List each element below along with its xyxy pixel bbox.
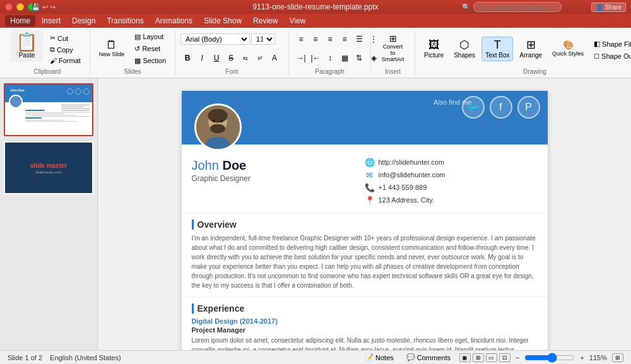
decrease-indent-button[interactable]: |← [309,52,322,64]
paragraph-label: Paragraph [315,67,345,75]
menu-view[interactable]: View [284,15,310,26]
subscript-button[interactable]: x₂ [239,52,252,64]
columns-button[interactable]: ▦ [338,52,351,64]
convert-smartart-button[interactable]: ⊞ Convert to SmartArt [376,32,410,66]
notes-button[interactable]: 📝 Notes [361,352,398,363]
window-controls [5,3,35,11]
superscript-button[interactable]: x² [253,52,267,64]
slide-info-row: John Doe Graphic Designer 🌐 http://slide… [182,144,548,213]
search-area[interactable]: 🔍 [462,2,562,12]
layout-button[interactable]: ▤ Layout [131,32,170,42]
section-button[interactable]: ▦ Section [131,56,170,66]
svg-point-5 [212,120,215,123]
paragraph-group: ≡ ≡ ≡ ≡ ☰ ⋮ →| |← ↕ ▦ ⇅ ◈ Paragraph [289,30,371,75]
font-name-select[interactable]: Arial (Body) [180,33,250,45]
menu-animations[interactable]: Animations [150,15,198,26]
slide-main-content: Also find me 🐦 f P John Doe Graphic Desi… [182,91,548,350]
underline-button[interactable]: U [209,52,223,64]
font-group: Arial (Body) 11 B I U S x₂ x² A Font [175,30,289,75]
close-button[interactable] [5,3,13,11]
shapes-button[interactable]: ⬡ Shapes [450,37,479,61]
shape-outline-button[interactable]: ◻ Shape Outline [590,50,631,61]
comments-button[interactable]: 💬 Comments [403,352,454,363]
zoom-minus-icon[interactable]: − [516,354,519,361]
insert-group: ⊞ Convert to SmartArt Insert [371,30,415,75]
paste-button[interactable]: 📋 Paste [10,30,44,62]
contact-email: ✉ info@slidehunter.com [365,170,538,180]
clipboard-label: Clipboard [34,67,61,75]
contact-address: 📍 123 Address, City. [365,195,538,205]
slide1-thumbnail: John Doe [5,85,92,135]
profile-photo [194,103,242,151]
last-name: Doe [222,158,246,172]
twitter-icon[interactable]: 🐦 [462,96,485,119]
format-button[interactable]: 🖌Format [46,56,85,66]
view-buttons: ▣ ⊞ ▭ ⊡ [459,353,510,362]
search-input[interactable] [473,2,562,12]
menu-insert[interactable]: Insert [37,15,66,26]
minimize-button[interactable] [16,3,24,11]
slide-sorter-button[interactable]: ⊞ [473,353,484,362]
zoom-plus-icon[interactable]: + [580,354,584,361]
cut-button[interactable]: ✂Cut [46,33,85,44]
svg-point-6 [220,120,223,123]
align-center-button[interactable]: ≡ [309,33,322,45]
copy-button[interactable]: ⧉Copy [46,44,85,55]
svg-point-2 [208,109,227,123]
menu-design[interactable]: Design [67,15,100,26]
align-right-button[interactable]: ≡ [323,33,337,45]
strikethrough-button[interactable]: S [224,52,238,64]
picture-button[interactable]: 🖼 Picture [420,37,447,61]
overview-title: Overview [192,220,538,230]
location-icon: 📍 [365,195,375,205]
shape-fill-button[interactable]: ◧ Shape Fill [590,38,631,49]
main-area: 1 John Doe [0,78,631,350]
text-direction-button[interactable]: ⇅ [352,52,366,64]
experience-body: Lorem ipsum dolor sit amet, consectetur … [192,336,538,350]
status-bar: Slide 1 of 2 English (United States) 📝 N… [0,350,631,364]
person-name: John Doe [192,158,365,173]
arrange-button[interactable]: ⊞ Arrange [516,37,546,61]
new-slide-button[interactable]: 🗒 New Slide [95,37,129,61]
facebook-icon[interactable]: f [490,96,512,119]
zoom-slider[interactable] [524,353,575,363]
font-label: Font [226,67,239,75]
globe-icon: 🌐 [365,157,375,167]
experience-subtitle: Digital Design (2014-2017) [192,317,538,325]
font-color-button[interactable]: A [268,52,281,64]
align-left-button[interactable]: ≡ [294,33,308,45]
pinterest-icon[interactable]: P [517,96,540,119]
overview-section: Overview I'm an independent, full-time f… [182,213,548,297]
experience-section: Experience Digital Design (2014-2017) Pr… [182,297,548,350]
textbox-button[interactable]: T Text Box [481,37,513,61]
presenter-view-button[interactable]: ⊡ [499,353,510,362]
clipboard-group: 📋 Paste ✂Cut ⧉Copy 🖌Format Clipboard [5,30,90,75]
experience-role: Project Manager [192,326,538,334]
person-title: Graphic Designer [192,174,365,183]
contact-website: 🌐 http://slidehunter.com [365,157,538,167]
menu-transitions[interactable]: Transitions [102,15,148,26]
drawing-group: 🖼 Picture ⬡ Shapes T Text Box ⊞ Arrange … [415,30,631,75]
menu-home[interactable]: Home [5,15,35,26]
justify-button[interactable]: ≡ [338,33,351,45]
normal-view-button[interactable]: ▣ [459,353,471,362]
contact-info: 🌐 http://slidehunter.com ✉ info@slidehun… [365,152,538,205]
bold-button[interactable]: B [180,52,194,64]
social-icons: 🐦 f P [462,96,540,119]
experience-title: Experience [192,303,538,314]
menu-review[interactable]: Review [248,15,283,26]
line-spacing-button[interactable]: ↕ [323,52,337,64]
bullet-button[interactable]: ☰ [352,33,366,45]
quick-styles-button[interactable]: 🎨 Quick Styles [548,38,587,59]
slide-thumb-1[interactable]: 1 John Doe [4,83,93,136]
increase-indent-button[interactable]: →| [294,52,308,64]
menu-slideshow[interactable]: Slide Show [199,15,247,26]
slide-thumb-2[interactable]: 2 slide master slidehunter.com [4,141,93,194]
italic-button[interactable]: I [195,52,209,64]
share-button[interactable]: 👤 Share [591,3,626,12]
font-size-select[interactable]: 11 [251,33,275,45]
fit-window-button[interactable]: ⊞ [612,353,623,362]
reading-view-button[interactable]: ▭ [486,353,497,362]
reset-button[interactable]: ↺ Reset [131,44,170,54]
ribbon: 📋 Paste ✂Cut ⧉Copy 🖌Format Clipboard 🗒 [0,28,631,78]
